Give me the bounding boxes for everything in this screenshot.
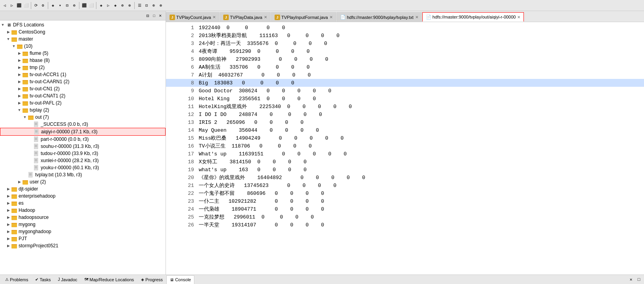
bottom-tab-console[interactable]: 🖥Console [166, 275, 194, 284]
toolbar-icon-2[interactable]: ▷ [9, 2, 15, 9]
tree-item-success[interactable]: _SUCCESS (0.0 b, r3) [0, 121, 166, 128]
bottom-tab-javadoc[interactable]: JJavadoc [55, 275, 81, 284]
toolbar-icon-13[interactable]: ◈ [98, 2, 104, 9]
tree-item-tvout_cnat1[interactable]: ▶tv-out-CNAT1 (2) [0, 92, 166, 99]
tab-tvplay_txt_tab[interactable]: 📄hdfs://master:9000/tvplay/tvplay.txt✕ [337, 12, 422, 22]
tree-item-dfs[interactable]: ▼🖥DFS Locations [0, 21, 166, 28]
tree-toggle-icon[interactable]: ▼ [11, 43, 17, 49]
tree-item-root10[interactable]: ▼(10) [0, 43, 166, 50]
toolbar-icon-4[interactable]: ⬜ [23, 2, 29, 9]
tab-close-btn[interactable]: ✕ [517, 15, 520, 19]
tree-item-souhu[interactable]: souhu-r-00000 (31.3 Kb, r3) [0, 143, 166, 150]
toolbar-icon-20[interactable]: ⊕ [151, 2, 157, 9]
tree-item-out[interactable]: ▼out (7) [0, 114, 166, 121]
tab-close-btn[interactable]: ✕ [330, 15, 333, 19]
tree-item-enterprisehadoop[interactable]: ▶enterprisehadoop [0, 192, 166, 200]
tree-toggle-icon[interactable]: ▼ [22, 114, 28, 120]
bottom-tab-problems[interactable]: ⚠Problems [2, 275, 32, 284]
tree-toggle-icon[interactable] [22, 172, 28, 178]
tree-item-tvout_accr1[interactable]: ▶tv-out-ACCR1 (1) [0, 71, 166, 78]
tree-item-pjt[interactable]: ▶PJT [0, 235, 166, 242]
tree-toggle-icon[interactable]: ▶ [17, 58, 22, 63]
tree-toggle-icon[interactable]: ▶ [17, 50, 22, 56]
tree-item-mygonghadoop[interactable]: ▶mygonghadoop [0, 228, 166, 235]
tree-toggle-icon[interactable] [28, 144, 33, 149]
tree-toggle-icon[interactable] [28, 158, 33, 163]
tree-toggle-icon[interactable] [28, 165, 33, 170]
toolbar-icon-21[interactable]: ⊗ [158, 2, 164, 9]
tree-item-stormpproject0521[interactable]: ▶stormpProject0521 [0, 242, 166, 249]
tree-item-mygong[interactable]: ▶mygong [0, 221, 166, 228]
tree-item-part[interactable]: part-r-00000 (0.0 b, r3) [0, 136, 166, 143]
panel-close-btn[interactable]: ✕ [158, 13, 163, 19]
tree-toggle-icon[interactable]: ▶ [6, 186, 11, 192]
toolbar-icon-17[interactable]: ⊗ [126, 2, 133, 9]
tree-toggle-icon[interactable]: ▶ [6, 229, 11, 234]
bottom-tab-progress[interactable]: ◈Progress [137, 275, 166, 284]
tree-item-youku[interactable]: youku-r-00000 (60.1 Kb, r3) [0, 164, 166, 171]
tree-item-user[interactable]: ▶user (2) [0, 178, 166, 185]
toolbar-icon-11[interactable]: ⬛ [81, 2, 87, 9]
panel-maximize-btn[interactable]: □ [151, 13, 157, 19]
tree-toggle-icon[interactable]: ▶ [17, 72, 22, 77]
toolbar-icon-10[interactable]: ⊕ [71, 2, 77, 9]
tree-toggle-icon[interactable]: ▶ [6, 243, 11, 248]
tree-toggle-icon[interactable] [28, 151, 33, 156]
toolbar-icon-1[interactable]: ◁ [2, 2, 8, 9]
tab-close-btn[interactable]: ✕ [264, 15, 267, 19]
tree-item-hadoop[interactable]: ▶Hadoop [0, 207, 166, 214]
tree-item-tmp[interactable]: ▶tmp (2) [0, 64, 166, 71]
tree-item-tvplay[interactable]: ▼tvplay (2) [0, 106, 166, 114]
tab-aiqiyi_tab[interactable]: 📄hdfs://master:9000/tvplay/out/aiqiyi-r-… [422, 12, 524, 22]
tree-item-tvout_cn1[interactable]: ▶tv-out-CN1 (2) [0, 85, 166, 92]
toolbar-icon-15[interactable]: ◈ [112, 2, 119, 9]
tab-tvplayinputformat[interactable]: JTVPlayInputFormat.java✕ [271, 12, 336, 22]
toolbar-icon-6[interactable]: ⚙ [40, 2, 46, 9]
toolbar-icon-12[interactable]: ⬜ [88, 2, 94, 9]
tree-item-tvout_caarn1[interactable]: ▶tv-out-CAARN1 (2) [0, 78, 166, 85]
tree-item-tudou[interactable]: tudou-r-00000 (33.9 Kb, r3) [0, 150, 166, 157]
tab-close-btn[interactable]: ✕ [213, 15, 216, 19]
tree-item-djt_spider[interactable]: ▶djt-spider [0, 185, 166, 192]
tree-toggle-icon[interactable]: ▶ [17, 65, 22, 70]
tree-item-aiqiyi[interactable]: aiqiyi-r-00000 (37.1 Kb, r3) [0, 128, 166, 136]
tree-item-master[interactable]: ▼master [0, 36, 166, 43]
tree-toggle-icon[interactable] [28, 136, 33, 142]
tree-toggle-icon[interactable]: ▶ [6, 215, 11, 220]
panel-minimize-btn[interactable]: ⊟ [145, 13, 151, 19]
toolbar-icon-7[interactable]: ◈ [50, 2, 56, 9]
tree-item-es[interactable]: ▶es [0, 200, 166, 207]
toolbar-icon-18[interactable]: ☰ [136, 2, 143, 9]
tree-toggle-icon[interactable]: ▶ [6, 29, 11, 35]
tree-item-hbase[interactable]: ▶hbase (8) [0, 57, 166, 64]
tree-item-tvplay_txt[interactable]: tvplay.txt (10.3 Mb, r3) [0, 171, 166, 178]
toolbar-icon-3[interactable]: ⬛ [16, 2, 22, 9]
bottom-maximize-btn[interactable]: □ [635, 276, 642, 283]
tree-toggle-icon[interactable] [28, 121, 33, 127]
toolbar-icon-19[interactable]: ⊡ [143, 2, 150, 9]
tab-close-btn[interactable]: ✕ [415, 15, 418, 19]
tree-toggle-icon[interactable]: ▶ [17, 179, 22, 185]
file-tree[interactable]: ▼🖥DFS Locations▶CentosGong▼master▼(10)▶f… [0, 21, 166, 275]
tab-tvplaydata[interactable]: JTVPlayData.java✕ [220, 12, 271, 22]
toolbar-icon-8[interactable]: ▾ [57, 2, 63, 9]
tree-item-xunlei[interactable]: xunlei-r-00000 (28.2 Kb, r3) [0, 157, 166, 164]
tree-toggle-icon[interactable]: ▶ [17, 79, 22, 84]
tree-item-tvout_pafl[interactable]: ▶tv-out-PAFL (2) [0, 99, 166, 106]
tree-toggle-icon[interactable]: ▶ [6, 193, 11, 199]
tree-toggle-icon[interactable] [28, 129, 34, 135]
tree-toggle-icon[interactable]: ▶ [17, 93, 22, 99]
tree-toggle-icon[interactable]: ▼ [17, 107, 22, 113]
toolbar-icon-14[interactable]: ▷ [105, 2, 111, 9]
editor-content[interactable]: 11922440 0 0 0 022013秋季档美剧导航 111163 0 0 … [166, 22, 644, 275]
tree-toggle-icon[interactable]: ▼ [6, 36, 11, 42]
bottom-close-btn[interactable]: ✕ [627, 276, 635, 283]
tree-item-flume[interactable]: ▶flume (5) [0, 50, 166, 57]
tree-toggle-icon[interactable]: ▶ [17, 100, 22, 106]
toolbar-icon-9[interactable]: ⊟ [64, 2, 70, 9]
tree-toggle-icon[interactable]: ▶ [6, 207, 11, 213]
tree-item-centosgong[interactable]: ▶CentosGong [0, 28, 166, 36]
tree-toggle-icon[interactable]: ▶ [6, 236, 11, 241]
toolbar-icon-5[interactable]: ⟳ [33, 2, 39, 9]
tree-toggle-icon[interactable]: ▶ [17, 86, 22, 92]
